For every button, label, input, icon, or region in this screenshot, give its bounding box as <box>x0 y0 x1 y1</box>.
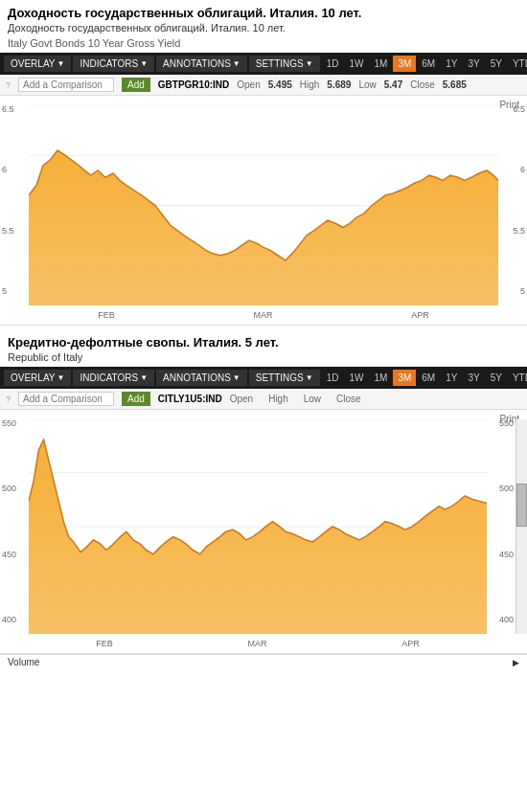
open-label-2: Open <box>230 394 253 404</box>
settings-button-2[interactable]: SETTINGS ▼ <box>249 370 320 386</box>
annotations-button[interactable]: ANNOTATIONS ▼ <box>156 56 247 72</box>
chart2-page-title: Кредитно-дефолтные свопы. Италия. 5 лет. <box>0 329 527 351</box>
overlay-button-2[interactable]: OVERLAY ▼ <box>4 370 71 386</box>
chart1-svg-container <box>29 105 498 305</box>
chart1-svg <box>29 105 498 305</box>
question-icon: ? <box>6 80 11 90</box>
question-icon-2: ? <box>6 395 11 404</box>
indicators-button[interactable]: INDICATORS ▼ <box>73 56 154 72</box>
chart2-info-bar: ? Add CITLY1U5:IND Open High Low Close <box>0 389 527 410</box>
btn-1m[interactable]: 1M <box>370 56 393 72</box>
btn-1d[interactable]: 1D <box>322 56 344 72</box>
btn-3y[interactable]: 3Y <box>463 56 484 72</box>
btn2-1d[interactable]: 1D <box>322 370 344 386</box>
chart2-scrollbar[interactable] <box>516 419 527 634</box>
play-icon[interactable]: ▶ <box>513 658 519 667</box>
btn2-ytd[interactable]: YTD <box>508 370 527 386</box>
chart2-scrollbar-thumb[interactable] <box>516 484 527 527</box>
open-value: 5.495 <box>268 79 292 90</box>
btn2-5y[interactable]: 5Y <box>486 370 507 386</box>
btn-3m[interactable]: 3M <box>393 56 416 72</box>
overlay-button[interactable]: OVERLAY ▼ <box>4 56 71 72</box>
chart1-sub-subtitle: Italy Govt Bonds 10 Year Gross Yield <box>0 37 527 53</box>
low-label: Low <box>358 79 376 90</box>
high-label: High <box>300 79 320 90</box>
ticker-label: GBTPGR10:IND <box>158 79 229 90</box>
chart2-y-axis-right: 550 500 450 400 <box>487 410 516 634</box>
btn2-1m[interactable]: 1M <box>370 370 393 386</box>
btn-5y[interactable]: 5Y <box>486 56 507 72</box>
btn-6m[interactable]: 6M <box>417 56 440 72</box>
chart2-toolbar: OVERLAY ▼ INDICATORS ▼ ANNOTATIONS ▼ SET… <box>0 367 527 389</box>
btn-1w[interactable]: 1W <box>345 56 369 72</box>
chart2-area: Print 550 500 450 400 550 500 450 400 <box>0 410 527 654</box>
chart2-area-fill <box>29 440 487 634</box>
chart1-info-bar: ? Add GBTPGR10:IND Open 5.495 High 5.689… <box>0 75 527 96</box>
low-value: 5.47 <box>384 79 402 90</box>
chart2-x-axis: FEB MAR APR <box>29 634 487 653</box>
high-value: 5.689 <box>327 79 351 90</box>
volume-label: Volume <box>8 657 39 667</box>
chart1-toolbar: OVERLAY ▼ INDICATORS ▼ ANNOTATIONS ▼ SET… <box>0 53 527 75</box>
add-comparison-button[interactable]: Add <box>122 78 150 92</box>
low-label-2: Low <box>304 394 321 404</box>
btn2-6m[interactable]: 6M <box>417 370 440 386</box>
open-label: Open <box>237 79 260 90</box>
close-label-2: Close <box>336 394 361 404</box>
chart2-y-axis-left: 550 500 450 400 <box>0 410 29 634</box>
chart1-page-title: Доходность государственных облигаций. Ит… <box>0 0 527 22</box>
ticker-label-2: CITLY1U5:IND <box>158 394 222 404</box>
btn-1y[interactable]: 1Y <box>441 56 462 72</box>
chart2-subtitle: Republic of Italy <box>0 351 527 367</box>
high-label-2: High <box>268 394 288 404</box>
volume-bar: Volume ▶ <box>0 654 527 669</box>
btn-ytd[interactable]: YTD <box>508 56 527 72</box>
close-value: 5.685 <box>443 79 467 90</box>
chart1-time-buttons: 1D 1W 1M 3M 6M 1Y 3Y 5Y YTD <box>322 56 527 72</box>
indicators-button-2[interactable]: INDICATORS ▼ <box>73 370 154 386</box>
chart2-time-buttons: 1D 1W 1M 3M 6M 1Y 3Y 5Y YTD <box>322 370 527 386</box>
comparison-input-2[interactable] <box>18 392 114 406</box>
add-comparison-button-2[interactable]: Add <box>122 392 150 406</box>
chart1-x-axis: FEB MAR APR <box>29 305 498 325</box>
annotations-button-2[interactable]: ANNOTATIONS ▼ <box>156 370 247 386</box>
btn2-3m[interactable]: 3M <box>393 370 416 386</box>
settings-button[interactable]: SETTINGS ▼ <box>249 56 320 72</box>
close-label: Close <box>410 79 435 90</box>
btn2-1y[interactable]: 1Y <box>441 370 462 386</box>
chart2-svg-container <box>29 419 487 634</box>
comparison-input[interactable] <box>18 78 114 92</box>
btn2-3y[interactable]: 3Y <box>463 370 484 386</box>
btn2-1w[interactable]: 1W <box>345 370 369 386</box>
chart2-svg <box>29 419 487 634</box>
chart1-y-axis-right: 6.5 6 5.5 5 <box>498 96 527 305</box>
chart1-subtitle: Доходность государственных облигаций. Ит… <box>0 22 527 37</box>
chart1-area-fill <box>29 150 498 305</box>
chart1-y-axis-left: 6.5 6 5.5 5 <box>0 96 29 305</box>
chart1-area: Print 6.5 6 5.5 5 6.5 6 5.5 5 <box>0 96 527 326</box>
